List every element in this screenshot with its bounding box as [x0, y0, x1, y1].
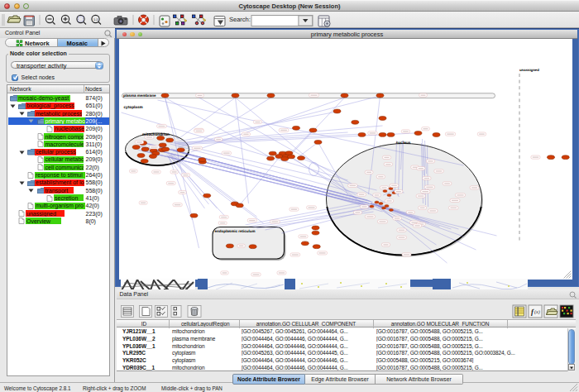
svg-text:cytoplasm: cytoplasm: [123, 105, 142, 109]
svg-text:mitochondrion: mitochondrion: [142, 132, 170, 136]
svg-text:Search:: Search:: [229, 16, 251, 23]
svg-text:(x): (x): [534, 309, 540, 315]
svg-text:plasma membrane: plasma membrane: [123, 93, 156, 98]
svg-text:unassigned: unassigned: [519, 68, 539, 72]
svg-text:nucleus: nucleus: [395, 141, 410, 145]
svg-text:1:1: 1:1: [93, 17, 98, 22]
svg-text:endoplasmic reticulum: endoplasmic reticulum: [214, 229, 255, 233]
